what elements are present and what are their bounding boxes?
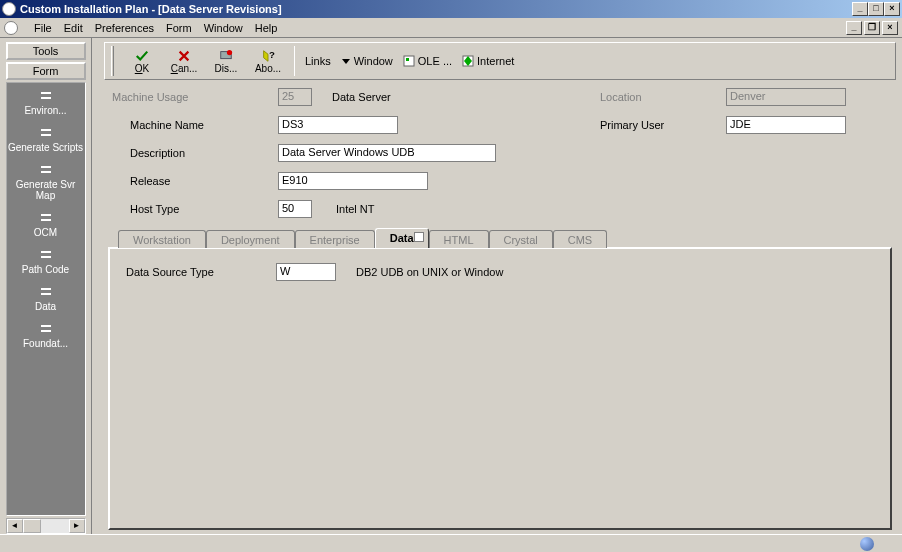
menu-help[interactable]: Help [255, 22, 278, 34]
svg-point-1 [227, 49, 232, 54]
sidebar-item-foundation[interactable]: Foundat... [7, 316, 85, 353]
sidebar-label: OCM [7, 227, 85, 238]
release-label: Release [112, 175, 272, 187]
check-icon [134, 49, 150, 63]
menu-form[interactable]: Form [166, 22, 192, 34]
form-grid: Machine Usage 25 Data Server Location De… [104, 88, 896, 228]
data-source-type-desc: DB2 UDB on UNIX or Window [356, 266, 503, 278]
mdi-minimize-button[interactable]: _ [846, 21, 862, 35]
menu-preferences[interactable]: Preferences [95, 22, 154, 34]
help-icon: ? [260, 49, 276, 63]
location-label: Location [600, 91, 720, 103]
window-title: Custom Installation Plan - [Data Server … [20, 3, 852, 15]
sidebar-item-ocm[interactable]: OCM [7, 205, 85, 242]
tab-deployment[interactable]: Deployment [206, 230, 295, 248]
left-panel: Tools Form Environ... Generate Scripts G… [0, 38, 92, 534]
tab-workstation[interactable]: Workstation [118, 230, 206, 248]
environ-icon [36, 89, 56, 103]
x-icon [176, 49, 192, 63]
data-icon [36, 285, 56, 299]
close-button[interactable]: × [884, 2, 900, 16]
form-button[interactable]: Form [6, 62, 86, 80]
internet-icon [462, 55, 474, 67]
menu-file[interactable]: File [34, 22, 52, 34]
app-icon [2, 2, 16, 16]
scroll-left-button[interactable]: ◄ [7, 519, 23, 533]
link-ole-label: OLE ... [418, 55, 452, 67]
mdi-restore-button[interactable]: ❐ [864, 21, 880, 35]
sidebar-label: Generate Svr Map [7, 179, 85, 201]
about-button[interactable]: ? Abo... [252, 49, 284, 74]
data-source-type-label: Data Source Type [126, 266, 256, 278]
ocm-icon [36, 211, 56, 225]
tabs-area: Workstation Deployment Enterprise Data H… [104, 228, 896, 530]
menu-edit[interactable]: Edit [64, 22, 83, 34]
tab-crystal[interactable]: Crystal [489, 230, 553, 248]
link-internet[interactable]: Internet [462, 55, 514, 67]
host-type-label: Host Type [112, 203, 272, 215]
sidebar-item-data[interactable]: Data [7, 279, 85, 316]
cancel-button[interactable]: Can... [168, 49, 200, 74]
machine-usage-desc: Data Server [332, 91, 391, 103]
foundation-icon [36, 322, 56, 336]
machine-name-field[interactable]: DS3 [278, 116, 398, 134]
maximize-button[interactable]: □ [868, 2, 884, 16]
tab-cms[interactable]: CMS [553, 230, 607, 248]
sidebar-item-environ[interactable]: Environ... [7, 83, 85, 120]
machine-name-label: Machine Name [112, 119, 272, 131]
link-window-label: Window [354, 55, 393, 67]
tab-enterprise[interactable]: Enterprise [295, 230, 375, 248]
monitor-icon [218, 49, 234, 63]
host-type-field[interactable]: 50 [278, 200, 312, 218]
link-internet-label: Internet [477, 55, 514, 67]
description-label: Description [112, 147, 272, 159]
ok-button[interactable]: OK [126, 49, 158, 74]
links-label: Links [305, 55, 331, 67]
titlebar: Custom Installation Plan - [Data Server … [0, 0, 902, 18]
sidebar-scrollbar[interactable]: ◄ ► [6, 518, 86, 534]
sidebar-item-path-code[interactable]: Path Code [7, 242, 85, 279]
machine-usage-field: 25 [278, 88, 312, 106]
tab-data[interactable]: Data [375, 228, 429, 248]
display-button[interactable]: Dis... [210, 49, 242, 74]
sidebar-label: Path Code [7, 264, 85, 275]
tools-button[interactable]: Tools [6, 42, 86, 60]
machine-usage-label: Machine Usage [112, 91, 272, 103]
sidebar-label: Environ... [7, 105, 85, 116]
menu-app-icon [4, 21, 18, 35]
toolbar-links: Links Window OLE ... Internet [305, 55, 514, 67]
scripts-icon [36, 126, 56, 140]
dropdown-icon [341, 56, 351, 66]
scroll-right-button[interactable]: ► [69, 519, 85, 533]
menubar: File Edit Preferences Form Window Help _… [0, 18, 902, 38]
globe-icon [860, 537, 874, 551]
menu-window[interactable]: Window [204, 22, 243, 34]
toolbar: OK Can... Dis... ? Abo... Links Window [104, 42, 896, 80]
tab-content: Data Source Type W DB2 UDB on UNIX or Wi… [108, 247, 892, 530]
sidebar-label: Data [7, 301, 85, 312]
outlook-bar: Environ... Generate Scripts Generate Svr… [6, 82, 86, 516]
ole-icon [403, 55, 415, 67]
sidebar-item-generate-svrmap[interactable]: Generate Svr Map [7, 157, 85, 205]
data-source-type-field[interactable]: W [276, 263, 336, 281]
cancel-label: Can... [171, 63, 198, 74]
primary-user-label: Primary User [600, 119, 720, 131]
about-label: Abo... [255, 63, 281, 74]
pathcode-icon [36, 248, 56, 262]
minimize-button[interactable]: _ [852, 2, 868, 16]
scroll-track[interactable] [23, 519, 69, 533]
scroll-thumb[interactable] [23, 519, 41, 533]
primary-user-field[interactable]: JDE [726, 116, 846, 134]
link-window[interactable]: Window [341, 55, 393, 67]
toolbar-grip [111, 46, 114, 76]
svg-text:?: ? [269, 49, 275, 60]
location-field: Denver [726, 88, 846, 106]
tab-html[interactable]: HTML [429, 230, 489, 248]
host-type-desc: Intel NT [336, 203, 375, 215]
mdi-close-button[interactable]: × [882, 21, 898, 35]
link-ole[interactable]: OLE ... [403, 55, 452, 67]
description-field[interactable]: Data Server Windows UDB [278, 144, 496, 162]
sidebar-item-generate-scripts[interactable]: Generate Scripts [7, 120, 85, 157]
release-field[interactable]: E910 [278, 172, 428, 190]
sidebar-label: Generate Scripts [7, 142, 85, 153]
